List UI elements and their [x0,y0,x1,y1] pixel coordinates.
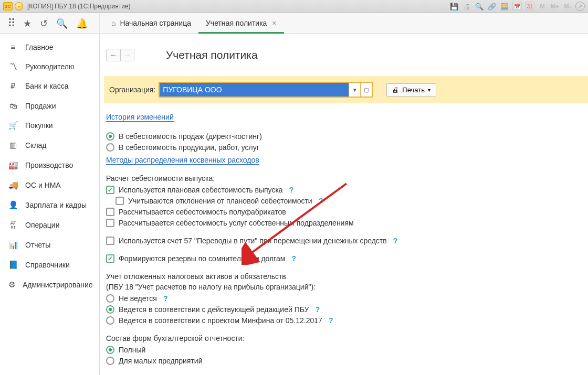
search-global-icon[interactable]: 🔍 [56,18,68,29]
content-area: ← → Учетная политика Организация: ▾ ▢ 🖨 … [100,34,588,375]
checkbox-account57[interactable]: Используется счет 57 "Переводы в пути" п… [106,237,579,245]
help-icon[interactable]: ? [163,294,168,303]
factory-icon: 🏭 [8,160,18,170]
print-icon[interactable]: 🖨 [462,2,471,11]
link-icon[interactable]: 🔗 [487,2,497,11]
tab-active[interactable]: Учетная политика × [198,14,284,34]
sidebar-item-label: Справочники [25,261,70,269]
radio-label: Не ведется [119,294,157,303]
radio-label: Ведется в соответствии с действующей ред… [119,305,309,314]
sidebar: ≡Главное 〽Руководителю ₽Банк и касса 🛍Пр… [0,34,100,375]
sidebar-item-main[interactable]: ≡Главное [0,37,99,57]
org-input[interactable] [160,83,349,97]
nav-back-button[interactable]: ← [107,49,120,61]
help-icon[interactable]: ? [393,237,398,245]
sidebar-item-label: Зарплата и кадры [25,201,87,209]
sidebar-item-admin[interactable]: ⚙Администрирование [0,275,99,295]
deferred-section-sublabel: (ПБУ 18 "Учет расчетов по налогу на приб… [106,283,579,291]
sidebar-item-label: Банк и касса [25,82,68,90]
radio-direct-costing[interactable]: В себестоимость продаж (директ-костинг) [106,132,579,141]
chart-up-icon: 〽 [8,62,18,71]
help-icon[interactable]: ? [329,316,333,325]
close-icon[interactable]: × [272,19,276,27]
sidebar-item-references[interactable]: 📘Справочники [0,255,99,275]
main-area: ≡Главное 〽Руководителю ₽Банк и касса 🛍Пр… [0,34,588,375]
sidebar-item-sales[interactable]: 🛍Продажи [0,96,99,115]
print-button[interactable]: 🖨 Печать ▾ [386,83,436,97]
logo-1c-icon: 1C [3,2,13,10]
sidebar-item-label: Операции [25,221,60,229]
radio-label: Полный [119,346,145,354]
book-icon: 📘 [8,260,18,270]
calendar-icon[interactable]: 📅 [512,2,522,11]
radio-label: Для малых предприятий [119,357,203,365]
sidebar-item-label: Руководителю [25,62,74,71]
calc-icon[interactable]: 🧮 [500,2,509,11]
tab-home-label: Начальная страница [120,19,191,27]
dtkt-icon: Дт Кт [8,220,18,230]
m-minus-icon[interactable]: M- [563,2,572,11]
org-dropdown-button[interactable]: ▾ [349,83,360,97]
sidebar-item-label: Склад [25,141,47,149]
indirect-methods-link[interactable]: Методы распределения косвенных расходов [106,156,259,165]
radio-deferred-current[interactable]: Ведется в соответствии с действующей ред… [106,305,579,314]
help-icon[interactable]: ? [316,305,320,314]
sidebar-item-label: Главное [25,43,54,51]
gear-icon: ⚙ [8,280,15,290]
help-icon[interactable]: ? [289,186,294,194]
checkbox-label: Формируются резервы по сомнительным долг… [119,254,285,263]
m-icon[interactable]: M [538,2,547,11]
apps-grid-icon[interactable] [7,17,15,30]
cart-icon: 🛒 [8,121,18,130]
notifications-bell-icon[interactable]: 🔔 [76,18,88,29]
sidebar-item-operations[interactable]: Дт КтОперации [0,215,99,235]
radio-deferred-project[interactable]: Ведется в соответствии с проектом Минфин… [106,316,579,325]
tab-home[interactable]: ⌂ Начальная страница [104,14,198,34]
page-title: Учетная политика [166,49,258,61]
org-label: Организация: [109,85,155,94]
checkbox-semifinished[interactable]: Рассчитывается себестоимость полуфабрика… [106,208,579,216]
calendar31-icon[interactable]: 31 [525,2,534,11]
expand-icon[interactable]: ⤢ [575,2,585,11]
m-plus-icon[interactable]: M+ [550,2,560,11]
sidebar-item-production[interactable]: 🏭Производство [0,155,99,175]
help-icon[interactable]: ? [319,197,323,205]
org-open-button[interactable]: ▢ [360,83,372,97]
sidebar-item-bank[interactable]: ₽Банк и касса [0,76,99,96]
history-link[interactable]: История изменений [106,113,174,122]
menu-icon: ≡ [8,42,18,51]
org-field: ▾ ▢ [159,82,373,98]
checkbox-plan-cost[interactable]: ✓ Используется плановая себестоимость вы… [106,186,579,194]
save-icon[interactable]: 💾 [449,2,459,11]
cost-calc-section-label: Расчет себестоимости выпуска: [106,174,579,183]
app-dropdown-icon[interactable]: ▾ [15,2,23,10]
radio-small[interactable]: Для малых предприятий [106,357,579,365]
sidebar-item-warehouse[interactable]: ▥Склад [0,135,99,155]
radio-deferred-none[interactable]: Не ведется ? [106,294,579,303]
truck-icon: 🚚 [8,180,18,190]
sidebar-item-label: Продажи [25,102,56,110]
history-icon[interactable]: ↺ [40,18,48,29]
sidebar-item-label: Администрирование [23,281,93,289]
favorite-star-icon[interactable]: ★ [23,18,32,29]
sidebar-item-purchases[interactable]: 🛒Покупки [0,115,99,135]
bag-icon: 🛍 [8,101,18,110]
help-icon[interactable]: ? [291,254,296,263]
sidebar-item-label: Отчеты [25,241,50,249]
nav-forward-button[interactable]: → [120,49,134,61]
checkbox-label: Рассчитывается себестоимость услуг собст… [119,219,354,227]
sidebar-item-reports[interactable]: 📊Отчеты [0,235,99,255]
sidebar-item-label: Производство [25,161,73,169]
checkbox-reserves[interactable]: ✓ Формируются резервы по сомнительным до… [106,254,579,263]
checkbox-own-services[interactable]: Рассчитывается себестоимость услуг собст… [106,219,579,227]
sidebar-item-hr[interactable]: 👤Зарплата и кадры [0,195,99,215]
checkbox-label: Используется счет 57 "Переводы в пути" п… [119,237,387,245]
window-title: [КОПИЯ] ПБУ 18 (1С:Предприятие) [27,3,131,10]
radio-product-cost[interactable]: В себестоимость продукции, работ, услуг [106,143,579,152]
radio-full[interactable]: Полный [106,346,579,354]
search-icon[interactable]: 🔍 [475,2,484,11]
sidebar-item-manager[interactable]: 〽Руководителю [0,57,99,76]
sidebar-item-assets[interactable]: 🚚ОС и НМА [0,175,99,195]
checkbox-deviations[interactable]: Учитываются отклонения от плановой себес… [116,197,579,205]
checkbox-label: Используется плановая себестоимость выпу… [119,186,283,194]
